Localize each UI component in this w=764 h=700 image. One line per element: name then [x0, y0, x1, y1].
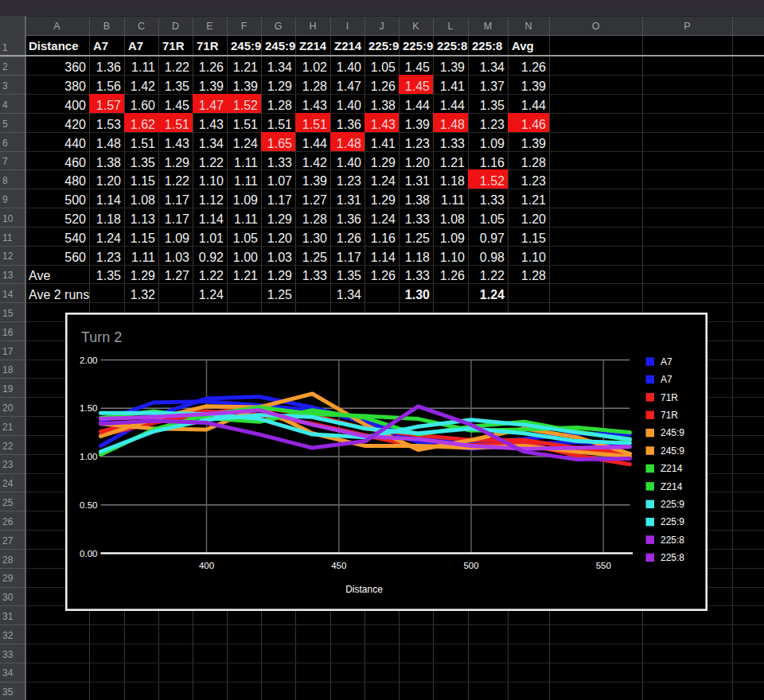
svg-text:450: 450: [331, 561, 346, 570]
svg-text:1.00: 1.00: [80, 452, 97, 461]
svg-text:2.00: 2.00: [80, 356, 97, 365]
svg-text:245:9: 245:9: [661, 445, 684, 457]
svg-text:0.50: 0.50: [80, 500, 97, 510]
svg-text:225:8: 225:8: [661, 552, 684, 563]
svg-text:225:9: 225:9: [661, 516, 684, 527]
svg-text:1.50: 1.50: [80, 403, 97, 413]
svg-text:71R: 71R: [661, 392, 678, 403]
svg-text:245:9: 245:9: [661, 427, 684, 438]
svg-text:400: 400: [199, 561, 214, 570]
svg-text:225:8: 225:8: [661, 535, 684, 546]
svg-text:A7: A7: [661, 356, 672, 368]
svg-text:Turn 2: Turn 2: [81, 329, 122, 345]
svg-text:0.00: 0.00: [80, 549, 97, 558]
svg-text:550: 550: [596, 561, 611, 570]
svg-text:A7: A7: [661, 374, 672, 385]
svg-text:225:9: 225:9: [661, 499, 684, 510]
svg-text:71R: 71R: [661, 410, 678, 421]
svg-text:Distance: Distance: [345, 584, 383, 595]
svg-text:Z214: Z214: [661, 463, 683, 474]
svg-text:500: 500: [463, 561, 478, 570]
svg-text:Z214: Z214: [661, 481, 683, 492]
